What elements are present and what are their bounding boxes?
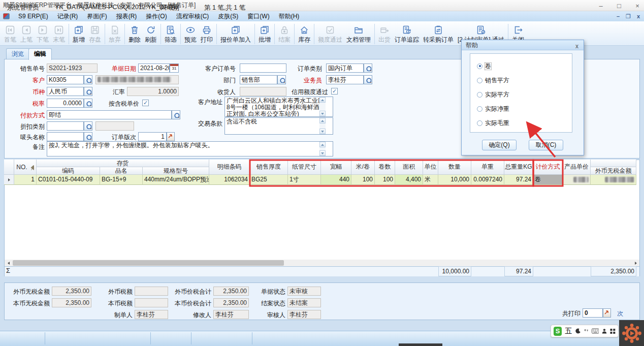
remark-field[interactable]: 按J, 天地盒，打井字带，外包缠绕膜。外包装加贴客户唛头。 <box>47 141 333 156</box>
cell-rolls[interactable]: 100 <box>375 175 395 185</box>
customer-field[interactable]: K0305 <box>47 75 84 84</box>
cell-fc-amount[interactable] <box>591 175 636 185</box>
tab-edit[interactable]: 编辑 <box>28 48 52 60</box>
radio-option-actual-net-weight[interactable]: 实际净重 <box>477 105 509 112</box>
cell-thickness[interactable]: BG25 <box>250 175 288 185</box>
col-header-fc-amount[interactable]: 外币无税金额 <box>591 167 636 175</box>
order-version-spinner[interactable] <box>167 132 175 141</box>
mdi-close-icon[interactable]: x <box>637 13 640 19</box>
add-button[interactable]: 新增 <box>71 23 87 45</box>
col-header-unit[interactable]: 单位 <box>423 160 438 175</box>
discount-type-field[interactable] <box>47 121 84 131</box>
remark-scrollbar[interactable] <box>319 142 326 156</box>
cell-total-weight[interactable]: 97.24 <box>504 175 533 185</box>
toolbox-grid-icon[interactable] <box>610 328 616 334</box>
print-count-spinner[interactable] <box>603 308 611 318</box>
customer-lookup-icon[interactable] <box>84 75 92 84</box>
quote-add-button[interactable]: 报价单加入 <box>218 23 253 45</box>
cell-width[interactable]: 440 <box>321 175 351 185</box>
cell-code[interactable]: C0101-015-0440-09 <box>37 175 100 185</box>
grid-hscrollbar[interactable] <box>5 260 639 266</box>
col-header-rolls[interactable]: 卷数 <box>375 160 395 175</box>
ime-mode-indicator[interactable]: 五 <box>565 327 572 336</box>
refresh-button[interactable]: 刷新 <box>143 23 159 45</box>
col-header-qty[interactable]: 数量 <box>438 160 471 175</box>
calendar-icon[interactable]: 31 <box>170 64 179 73</box>
col-header-total-weight[interactable]: 总重量KG <box>504 160 533 175</box>
salesman-lookup-icon[interactable] <box>364 75 372 84</box>
customer-address-field[interactable]: 广州白云区人和镇白米布秀水工业区8号一楼（106国道，时利和海鲜酒家正对面, 白… <box>224 97 333 117</box>
currency-field[interactable]: 人民币 <box>47 87 84 96</box>
col-header-code[interactable]: 编码 <box>37 167 100 175</box>
order-type-lookup-icon[interactable] <box>364 64 372 73</box>
payment-lookup-icon[interactable] <box>172 110 180 119</box>
minimize-icon[interactable]: – <box>597 2 604 10</box>
cell-unit-weight[interactable]: 0.0097240 <box>471 175 504 185</box>
cell-area[interactable]: 4,400 <box>395 175 423 185</box>
col-header-thickness[interactable]: 销售厚度 <box>250 160 288 175</box>
tax-rate-lookup-icon[interactable] <box>84 99 92 108</box>
menu-workflow[interactable]: 流程审核(C) <box>172 11 214 21</box>
trade-terms-field[interactable]: 含运不含税 <box>224 117 333 135</box>
cell-core-size[interactable]: 1寸 <box>288 175 321 185</box>
order-version-field[interactable]: 1 <box>138 132 167 141</box>
menu-interface[interactable]: 界面(F) <box>82 11 111 21</box>
col-header-m-per-roll[interactable]: 米/卷 <box>351 160 375 175</box>
menu-s9erp[interactable]: S9 ERP(E) <box>14 11 53 21</box>
tax-rate-field[interactable]: 0.0000 <box>47 99 84 108</box>
print-button[interactable]: 打印 <box>199 23 215 45</box>
dialog-close-icon[interactable]: x <box>573 41 581 51</box>
tab-browse[interactable]: 浏览 <box>6 48 29 59</box>
col-header-unit-price[interactable]: 产品单价 <box>563 160 591 175</box>
scroll-right-icon[interactable] <box>632 260 639 266</box>
col-header-core-size[interactable]: 纸管尺寸 <box>288 160 321 175</box>
cell-barcode[interactable]: 1062034 <box>209 175 250 185</box>
col-header-name[interactable]: 品名 <box>100 167 143 175</box>
menu-window[interactable]: 窗口(W) <box>243 11 274 21</box>
close-icon[interactable]: × <box>634 2 641 10</box>
doc-date-field[interactable]: 2021-08-20 <box>138 64 170 73</box>
print-count-field[interactable]: 0 <box>583 308 603 318</box>
inventory-button[interactable]: 库存 <box>296 23 312 45</box>
delete-button[interactable]: 删除 <box>126 23 143 45</box>
row-indicator[interactable] <box>4 175 14 185</box>
department-field[interactable]: 销售部 <box>240 75 277 84</box>
customer-po-field[interactable] <box>240 64 286 73</box>
cell-qty[interactable]: 10,000 <box>438 175 471 185</box>
radio-option-sales-sqm[interactable]: 销售平方 <box>477 77 509 84</box>
cell-pricing-mode[interactable]: 卷 <box>533 175 563 185</box>
order-track-button[interactable]: 订单追踪 <box>393 23 421 45</box>
col-header-spec[interactable]: 规格型号 <box>143 167 209 175</box>
cancel-button[interactable]: 取消(C) <box>529 140 563 150</box>
mdi-minimize-icon[interactable]: – <box>617 13 620 19</box>
cell-name[interactable]: BG-15+9 <box>100 175 143 185</box>
menu-report[interactable]: 报表(R) <box>112 11 142 21</box>
department-lookup-icon[interactable] <box>277 75 286 84</box>
sogou-logo-icon[interactable]: S <box>554 327 562 336</box>
credit-pass-checkbox[interactable]: ✓ <box>331 88 338 95</box>
discount-lookup-icon[interactable] <box>84 121 92 131</box>
cell-unit-price[interactable] <box>563 175 591 185</box>
help-dialog-titlebar[interactable]: 帮助 x <box>462 40 584 50</box>
cell-spec[interactable]: 440mm/24um/BOPP预涂... <box>143 175 209 185</box>
mark-name-field[interactable] <box>47 132 84 141</box>
document-manage-button[interactable]: 文档管理 <box>344 23 373 45</box>
scroll-left-icon[interactable] <box>5 260 12 266</box>
keyboard-icon[interactable] <box>592 328 599 334</box>
menu-record[interactable]: 记录(R) <box>53 11 83 21</box>
col-header-area[interactable]: 面积 <box>395 160 423 175</box>
batch-add-button[interactable]: 批增 <box>256 23 273 45</box>
tax-included-checkbox[interactable]: ✓ <box>142 100 149 106</box>
terms-scrollbar[interactable] <box>319 118 326 134</box>
menu-skin[interactable]: 皮肤(S) <box>213 11 243 21</box>
to-purchase-order-button[interactable]: 转采购订单 <box>421 23 456 45</box>
order-type-field[interactable]: 国内订单 <box>326 64 364 73</box>
radio-option-roll[interactable]: 卷 <box>477 62 491 70</box>
col-header-width[interactable]: 宽幅 <box>321 160 351 175</box>
salesman-field[interactable]: 李桂芬 <box>326 75 364 84</box>
scrollbar-thumb[interactable] <box>13 260 284 266</box>
cell-no[interactable]: 1 <box>14 175 37 185</box>
ok-button[interactable]: 确定(Q) <box>482 140 517 150</box>
mdi-restore-icon[interactable]: ❐ <box>626 13 631 20</box>
cell-unit[interactable]: 米 <box>423 175 438 185</box>
